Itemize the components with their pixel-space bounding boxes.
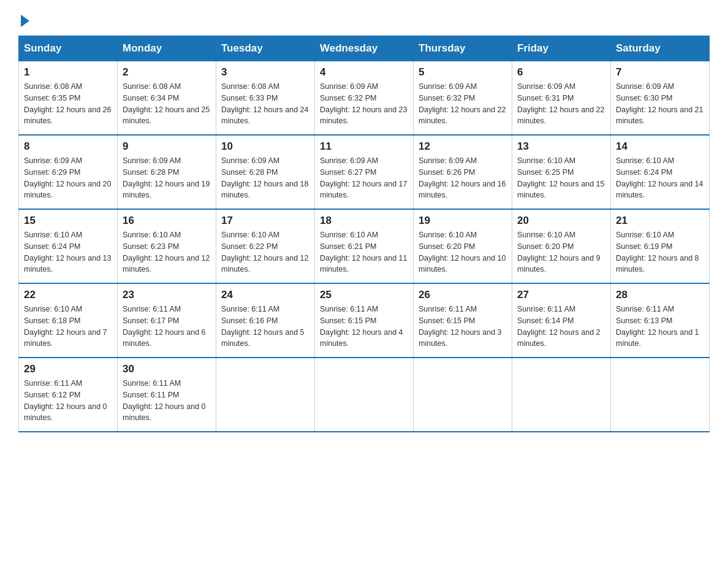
day-info: Sunrise: 6:11 AM Sunset: 6:15 PM Dayligh…: [320, 304, 408, 350]
calendar-table: SundayMondayTuesdayWednesdayThursdayFrid…: [18, 36, 710, 432]
day-number: 8: [24, 140, 112, 153]
calendar-day-cell: 2 Sunrise: 6:08 AM Sunset: 6:34 PM Dayli…: [118, 61, 216, 136]
calendar-week-row: 8 Sunrise: 6:09 AM Sunset: 6:29 PM Dayli…: [19, 135, 710, 209]
calendar-day-cell: [611, 358, 710, 432]
day-info: Sunrise: 6:09 AM Sunset: 6:30 PM Dayligh…: [616, 81, 704, 127]
day-number: 22: [24, 289, 112, 301]
day-info: Sunrise: 6:11 AM Sunset: 6:17 PM Dayligh…: [123, 304, 211, 350]
calendar-day-cell: 17 Sunrise: 6:10 AM Sunset: 6:22 PM Dayl…: [216, 209, 315, 283]
day-number: 17: [221, 215, 309, 227]
day-number: 15: [24, 215, 112, 227]
day-number: 9: [123, 140, 211, 153]
calendar-day-cell: 22 Sunrise: 6:10 AM Sunset: 6:18 PM Dayl…: [19, 283, 118, 358]
day-info: Sunrise: 6:09 AM Sunset: 6:28 PM Dayligh…: [221, 155, 309, 201]
calendar-day-cell: 10 Sunrise: 6:09 AM Sunset: 6:28 PM Dayl…: [216, 135, 315, 209]
calendar-day-cell: 21 Sunrise: 6:10 AM Sunset: 6:19 PM Dayl…: [611, 209, 710, 283]
calendar-day-cell: [315, 358, 414, 432]
calendar-day-cell: 4 Sunrise: 6:09 AM Sunset: 6:32 PM Dayli…: [315, 61, 414, 136]
day-number: 21: [616, 215, 704, 227]
day-number: 27: [517, 289, 605, 301]
calendar-day-cell: 12 Sunrise: 6:09 AM Sunset: 6:26 PM Dayl…: [414, 135, 512, 209]
calendar-day-cell: 20 Sunrise: 6:10 AM Sunset: 6:20 PM Dayl…: [512, 209, 611, 283]
day-number: 19: [419, 215, 507, 227]
day-info: Sunrise: 6:10 AM Sunset: 6:24 PM Dayligh…: [616, 155, 704, 201]
calendar-week-row: 15 Sunrise: 6:10 AM Sunset: 6:24 PM Dayl…: [19, 209, 710, 283]
header: [18, 12, 710, 25]
day-number: 23: [123, 289, 211, 301]
day-info: Sunrise: 6:10 AM Sunset: 6:23 PM Dayligh…: [123, 229, 211, 275]
calendar-day-cell: 27 Sunrise: 6:11 AM Sunset: 6:14 PM Dayl…: [512, 283, 611, 358]
calendar-day-cell: 11 Sunrise: 6:09 AM Sunset: 6:27 PM Dayl…: [315, 135, 414, 209]
day-info: Sunrise: 6:10 AM Sunset: 6:18 PM Dayligh…: [24, 304, 112, 350]
weekday-header-sunday: Sunday: [19, 36, 118, 61]
logo-arrow-icon: [21, 15, 29, 27]
calendar-day-cell: 13 Sunrise: 6:10 AM Sunset: 6:25 PM Dayl…: [512, 135, 611, 209]
calendar-day-cell: 24 Sunrise: 6:11 AM Sunset: 6:16 PM Dayl…: [216, 283, 315, 358]
calendar-day-cell: [216, 358, 315, 432]
calendar-day-cell: 29 Sunrise: 6:11 AM Sunset: 6:12 PM Dayl…: [19, 358, 118, 432]
calendar-day-cell: 28 Sunrise: 6:11 AM Sunset: 6:13 PM Dayl…: [611, 283, 710, 358]
calendar-day-cell: 16 Sunrise: 6:10 AM Sunset: 6:23 PM Dayl…: [118, 209, 216, 283]
calendar-day-cell: 23 Sunrise: 6:11 AM Sunset: 6:17 PM Dayl…: [118, 283, 216, 358]
logo: [18, 12, 29, 25]
calendar-day-cell: 7 Sunrise: 6:09 AM Sunset: 6:30 PM Dayli…: [611, 61, 710, 136]
day-number: 30: [123, 363, 211, 375]
day-info: Sunrise: 6:11 AM Sunset: 6:16 PM Dayligh…: [221, 304, 309, 350]
day-info: Sunrise: 6:10 AM Sunset: 6:20 PM Dayligh…: [517, 229, 605, 275]
weekday-header-thursday: Thursday: [414, 36, 512, 61]
day-info: Sunrise: 6:09 AM Sunset: 6:31 PM Dayligh…: [517, 81, 605, 127]
calendar-day-cell: 6 Sunrise: 6:09 AM Sunset: 6:31 PM Dayli…: [512, 61, 611, 136]
day-info: Sunrise: 6:11 AM Sunset: 6:11 PM Dayligh…: [123, 378, 211, 424]
day-number: 4: [320, 66, 408, 79]
calendar-day-cell: 3 Sunrise: 6:08 AM Sunset: 6:33 PM Dayli…: [216, 61, 315, 136]
weekday-header-tuesday: Tuesday: [216, 36, 315, 61]
day-info: Sunrise: 6:11 AM Sunset: 6:15 PM Dayligh…: [419, 304, 507, 350]
calendar-day-cell: 15 Sunrise: 6:10 AM Sunset: 6:24 PM Dayl…: [19, 209, 118, 283]
calendar-day-cell: 26 Sunrise: 6:11 AM Sunset: 6:15 PM Dayl…: [414, 283, 512, 358]
day-info: Sunrise: 6:08 AM Sunset: 6:33 PM Dayligh…: [221, 81, 309, 127]
weekday-header-row: SundayMondayTuesdayWednesdayThursdayFrid…: [19, 36, 710, 61]
calendar-day-cell: 25 Sunrise: 6:11 AM Sunset: 6:15 PM Dayl…: [315, 283, 414, 358]
weekday-header-wednesday: Wednesday: [315, 36, 414, 61]
day-number: 6: [517, 66, 605, 79]
day-info: Sunrise: 6:08 AM Sunset: 6:35 PM Dayligh…: [24, 81, 112, 127]
day-info: Sunrise: 6:09 AM Sunset: 6:28 PM Dayligh…: [123, 155, 211, 201]
day-number: 14: [616, 140, 704, 153]
day-number: 28: [616, 289, 704, 301]
day-info: Sunrise: 6:10 AM Sunset: 6:22 PM Dayligh…: [221, 229, 309, 275]
weekday-header-saturday: Saturday: [611, 36, 710, 61]
calendar-week-row: 1 Sunrise: 6:08 AM Sunset: 6:35 PM Dayli…: [19, 61, 710, 136]
day-info: Sunrise: 6:10 AM Sunset: 6:25 PM Dayligh…: [517, 155, 605, 201]
calendar-day-cell: 19 Sunrise: 6:10 AM Sunset: 6:20 PM Dayl…: [414, 209, 512, 283]
day-info: Sunrise: 6:09 AM Sunset: 6:32 PM Dayligh…: [320, 81, 408, 127]
day-info: Sunrise: 6:11 AM Sunset: 6:14 PM Dayligh…: [517, 304, 605, 350]
day-number: 7: [616, 66, 704, 79]
calendar-day-cell: 8 Sunrise: 6:09 AM Sunset: 6:29 PM Dayli…: [19, 135, 118, 209]
day-number: 3: [221, 66, 309, 79]
day-number: 2: [123, 66, 211, 79]
day-number: 20: [517, 215, 605, 227]
day-number: 5: [419, 66, 507, 79]
calendar-day-cell: 18 Sunrise: 6:10 AM Sunset: 6:21 PM Dayl…: [315, 209, 414, 283]
calendar-day-cell: [512, 358, 611, 432]
day-info: Sunrise: 6:10 AM Sunset: 6:21 PM Dayligh…: [320, 229, 408, 275]
day-info: Sunrise: 6:09 AM Sunset: 6:27 PM Dayligh…: [320, 155, 408, 201]
day-info: Sunrise: 6:10 AM Sunset: 6:24 PM Dayligh…: [24, 229, 112, 275]
day-number: 10: [221, 140, 309, 153]
day-number: 29: [24, 363, 112, 375]
day-number: 24: [221, 289, 309, 301]
day-number: 11: [320, 140, 408, 153]
calendar-day-cell: 30 Sunrise: 6:11 AM Sunset: 6:11 PM Dayl…: [118, 358, 216, 432]
day-number: 16: [123, 215, 211, 227]
day-number: 18: [320, 215, 408, 227]
calendar-week-row: 22 Sunrise: 6:10 AM Sunset: 6:18 PM Dayl…: [19, 283, 710, 358]
day-info: Sunrise: 6:09 AM Sunset: 6:32 PM Dayligh…: [419, 81, 507, 127]
day-info: Sunrise: 6:09 AM Sunset: 6:26 PM Dayligh…: [419, 155, 507, 201]
day-number: 26: [419, 289, 507, 301]
day-number: 12: [419, 140, 507, 153]
weekday-header-friday: Friday: [512, 36, 611, 61]
day-info: Sunrise: 6:08 AM Sunset: 6:34 PM Dayligh…: [123, 81, 211, 127]
day-info: Sunrise: 6:09 AM Sunset: 6:29 PM Dayligh…: [24, 155, 112, 201]
day-number: 13: [517, 140, 605, 153]
day-number: 1: [24, 66, 112, 79]
